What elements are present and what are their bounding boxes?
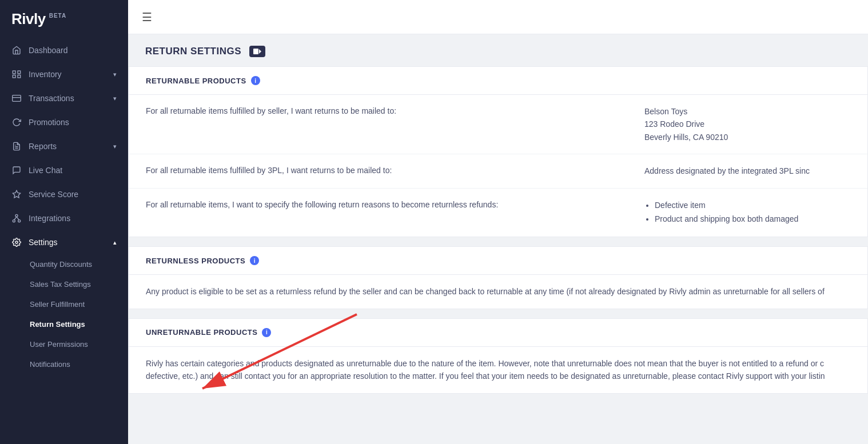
app-name: Rivly (11, 10, 46, 28)
unreturnable-title: UNRETURNABLE PRODUCTS (146, 328, 257, 337)
svg-line-12 (14, 217, 17, 220)
svg-rect-1 (18, 71, 21, 74)
sidebar-label-dashboard: Dashboard (29, 46, 68, 55)
page-content: RETURN SETTINGS RETURNABLE PRODUCTS i Fo (128, 34, 868, 444)
sidebar-item-dashboard[interactable]: Dashboard (0, 38, 128, 62)
svg-rect-4 (13, 95, 21, 102)
return-row-seller-label: For all returnable items fulfilled by se… (146, 105, 644, 117)
return-row-seller-value: Belson Toys123 Rodeo DriveBeverly Hills,… (644, 105, 850, 143)
content-wrapper: RETURN SETTINGS RETURNABLE PRODUCTS i Fo (128, 34, 868, 444)
chevron-down-icon: ▾ (113, 71, 117, 78)
returnless-body-text: Any product is eligible to be set as a r… (129, 275, 867, 308)
sidebar-item-return-settings[interactable]: Return Settings (0, 314, 128, 334)
returnless-title: RETURNLESS PRODUCTS (146, 257, 245, 265)
unreturnable-body-text: Rivly has certain categories and product… (129, 347, 867, 393)
hamburger-button[interactable]: ☰ (142, 10, 152, 24)
returnless-info-icon[interactable]: i (250, 256, 259, 265)
video-icon[interactable] (249, 46, 265, 57)
credit-card-icon (11, 93, 22, 103)
sidebar-item-seller-fulfillment[interactable]: Seller Fulfillment (0, 294, 128, 314)
sidebar-item-service-score[interactable]: Service Score (0, 182, 128, 206)
return-row-reasons-label: For all returnable items, I want to spec… (146, 199, 644, 211)
integrations-icon (11, 213, 22, 223)
return-row-seller: For all returnable items fulfilled by se… (129, 95, 867, 154)
sidebar-item-reports[interactable]: Reports ▾ (0, 134, 128, 158)
svg-rect-3 (18, 75, 21, 78)
page-header: RETURN SETTINGS (128, 34, 868, 66)
return-row-reasons-value: Defective item Product and shipping box … (644, 199, 850, 227)
sidebar-item-user-permissions[interactable]: User Permissions (0, 334, 128, 354)
sidebar-label-integrations: Integrations (29, 214, 70, 223)
app-badge: BETA (49, 13, 66, 19)
svg-rect-0 (13, 71, 15, 74)
unreturnable-products-section: UNRETURNABLE PRODUCTS i Rivly has certai… (128, 318, 868, 394)
return-row-3pl: For all returnable items fulfilled by 3P… (129, 154, 867, 188)
sidebar-item-transactions[interactable]: Transactions ▾ (0, 86, 128, 110)
sidebar-label-inventory: Inventory (29, 70, 62, 79)
returnable-products-section: RETURNABLE PRODUCTS i For all returnable… (128, 66, 868, 237)
returnless-products-section: RETURNLESS PRODUCTS i Any product is eli… (128, 246, 868, 309)
sidebar-item-notifications[interactable]: Notifications (0, 354, 128, 374)
return-row-3pl-label: For all returnable items fulfilled by 3P… (146, 165, 644, 177)
svg-rect-15 (253, 49, 258, 54)
sidebar-label-promotions: Promotions (29, 118, 69, 127)
sidebar-label-settings: Settings (29, 238, 58, 247)
sidebar-label-live-chat: Live Chat (29, 166, 62, 175)
unreturnable-info-icon[interactable]: i (262, 328, 271, 337)
logo: Rivly BETA (0, 0, 128, 38)
return-row-reasons: For all returnable items, I want to spec… (129, 189, 867, 237)
main-area: ☰ RETURN SETTINGS RETURNABLE PRODUCTS i (128, 0, 868, 444)
reports-icon (11, 141, 22, 151)
star-icon (11, 189, 22, 199)
sidebar-label-service-score: Service Score (29, 190, 78, 199)
svg-line-13 (17, 217, 19, 220)
sidebar-item-live-chat[interactable]: Live Chat (0, 158, 128, 182)
promotions-icon (11, 117, 22, 127)
svg-marker-8 (13, 190, 20, 198)
return-row-3pl-value: Address designated by the integrated 3PL… (644, 165, 850, 177)
settings-submenu: Quantity Discounts Sales Tax Settings Se… (0, 254, 128, 374)
sidebar-item-sales-tax-settings[interactable]: Sales Tax Settings (0, 274, 128, 294)
unreturnable-header: UNRETURNABLE PRODUCTS i (129, 319, 867, 347)
sidebar-label-transactions: Transactions (29, 94, 74, 103)
sidebar-item-inventory[interactable]: Inventory ▾ (0, 62, 128, 86)
sidebar-label-reports: Reports (29, 142, 57, 151)
chevron-down-icon: ▾ (113, 95, 117, 102)
sidebar-item-promotions[interactable]: Promotions (0, 110, 128, 134)
topbar: ☰ (128, 0, 868, 34)
svg-point-9 (15, 214, 18, 217)
house-icon (11, 45, 22, 55)
page-title: RETURN SETTINGS (145, 46, 241, 57)
chevron-down-icon: ▾ (113, 143, 117, 150)
sidebar-item-settings[interactable]: Settings ▴ (0, 230, 128, 254)
returnless-header: RETURNLESS PRODUCTS i (129, 247, 867, 275)
returnable-title: RETURNABLE PRODUCTS (146, 77, 246, 85)
returnable-body: For all returnable items fulfilled by se… (129, 95, 867, 237)
chat-icon (11, 165, 22, 175)
chevron-up-icon: ▴ (113, 239, 117, 246)
svg-point-14 (15, 241, 18, 243)
svg-marker-16 (259, 49, 261, 54)
svg-point-10 (13, 220, 15, 222)
returnable-info-icon[interactable]: i (251, 76, 260, 85)
sidebar-item-quantity-discounts[interactable]: Quantity Discounts (0, 254, 128, 274)
svg-rect-2 (13, 75, 15, 78)
svg-point-11 (18, 220, 21, 222)
gear-icon (11, 237, 22, 247)
tag-icon (11, 69, 22, 79)
returnable-header: RETURNABLE PRODUCTS i (129, 67, 867, 95)
sidebar-item-integrations[interactable]: Integrations (0, 206, 128, 230)
sidebar: Rivly BETA Dashboard Inventory ▾ Transac… (0, 0, 128, 444)
